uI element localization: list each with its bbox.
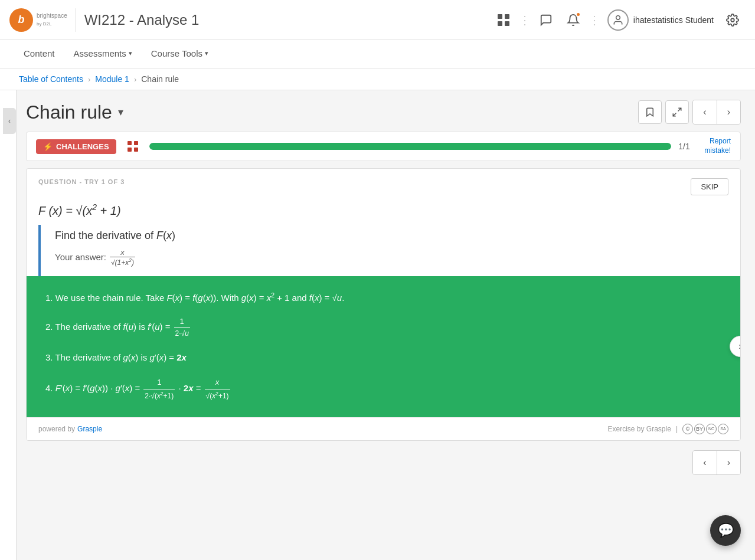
svg-point-5 — [731, 18, 734, 22]
svg-point-4 — [616, 15, 620, 19]
assessments-chevron-icon: ▾ — [129, 50, 132, 57]
cc-sa-icon: SA — [718, 424, 728, 434]
question-label: QUESTION - TRY 1 OF 3 — [38, 178, 125, 185]
top-nav-actions: ⋮ ⋮ ihatestatistics Student — [491, 7, 746, 33]
content-area: Chain rule ▾ ‹ › — [17, 90, 755, 560]
dots-divider-1: ⋮ — [518, 13, 532, 27]
nav-content[interactable]: Content — [14, 41, 64, 67]
nav-assessments[interactable]: Assessments ▾ — [64, 41, 142, 67]
prev-page-button[interactable]: ‹ — [693, 100, 717, 124]
logo-area: b brightspaceby D2L — [9, 8, 67, 32]
breadcrumb: Table of Contents › Module 1 › Chain rul… — [0, 68, 755, 90]
svg-rect-0 — [498, 14, 502, 19]
svg-rect-2 — [498, 21, 502, 26]
bottom-next-button[interactable]: › — [717, 451, 740, 474]
fullscreen-button[interactable] — [665, 100, 689, 124]
cc-license-icons: © BY NC SA — [682, 424, 728, 434]
user-icon — [612, 14, 624, 26]
course-tools-chevron-icon: ▾ — [205, 50, 208, 57]
svg-rect-11 — [134, 148, 138, 152]
progress-bar-fill — [149, 143, 672, 150]
notification-badge — [576, 12, 581, 17]
cc-by-icon: BY — [694, 424, 705, 434]
challenges-grid-button[interactable] — [123, 137, 142, 156]
top-nav: b brightspaceby D2L WI212 - Analyse 1 ⋮ … — [0, 0, 755, 40]
next-page-button[interactable]: › — [717, 100, 740, 124]
messages-button[interactable] — [533, 7, 559, 33]
your-answer-line: Your answer: x √(1+x2) — [55, 248, 728, 267]
dots-divider-2: ⋮ — [587, 13, 602, 27]
svg-line-6 — [678, 108, 681, 111]
breadcrumb-sep-2: › — [134, 75, 136, 84]
challenges-grid-icon — [127, 140, 139, 152]
svg-rect-8 — [128, 141, 132, 145]
main-layout: ‹ Chain rule ▾ — [0, 90, 755, 560]
chat-bubble[interactable]: 💬 — [710, 515, 741, 546]
bookmark-icon — [645, 107, 655, 117]
formula-display: F (x) = √(x2 + 1) — [27, 198, 740, 225]
powered-by: powered by Grasple — [38, 425, 102, 433]
cc-nc-icon: NC — [706, 424, 717, 434]
progress-bar-container — [149, 143, 672, 150]
bookmark-button[interactable] — [638, 100, 662, 124]
bottom-nav-arrows: ‹ › — [26, 441, 741, 484]
page-header: Chain rule ▾ ‹ › — [26, 90, 741, 132]
solution-step-2: 2. The derivative of f(u) is f′(u) = 1 2… — [45, 316, 721, 340]
gear-icon — [726, 14, 739, 27]
exercise-by-label: Exercise by Grasple — [608, 425, 671, 433]
page-nav-arrows: ‹ › — [692, 100, 741, 125]
svg-rect-10 — [128, 148, 132, 152]
skip-button[interactable]: SKIP — [691, 178, 728, 195]
progress-label: 1/1 — [678, 142, 697, 151]
chat-bubble-icon: 💬 — [718, 523, 734, 538]
your-answer-value: x √(1+x2) — [110, 248, 135, 267]
page-title-area: Chain rule ▾ — [26, 101, 123, 123]
messages-icon — [540, 14, 553, 27]
page-title: Chain rule — [26, 101, 112, 123]
bottom-prev-button[interactable]: ‹ — [693, 451, 717, 474]
challenges-badge[interactable]: ⚡ CHALLENGES — [36, 139, 116, 154]
nav-course-tools[interactable]: Course Tools ▾ — [142, 41, 218, 67]
bottom-page-nav: ‹ › — [692, 450, 741, 475]
solution-step-1: 1. We use the chain rule. Take F(x) = f(… — [45, 290, 721, 305]
avatar — [607, 9, 629, 31]
grasple-link[interactable]: Grasple — [77, 425, 102, 433]
challenges-label: CHALLENGES — [56, 142, 109, 151]
exercise-card: QUESTION - TRY 1 OF 3 SKIP F (x) = √(x2 … — [26, 168, 741, 441]
user-name: ihatestatistics Student — [633, 15, 714, 25]
svg-rect-1 — [505, 14, 509, 19]
lightning-icon: ⚡ — [43, 142, 53, 151]
header-actions: ‹ › — [638, 100, 741, 125]
solution-step-3: 3. The derivative of g(x) is g′(x) = 2x — [45, 351, 721, 365]
secondary-nav: Content Assessments ▾ Course Tools ▾ — [0, 40, 755, 68]
question-text: Find the derivative of F(x) — [55, 230, 728, 242]
breadcrumb-sep-1: › — [88, 75, 90, 84]
question-header: QUESTION - TRY 1 OF 3 SKIP — [27, 169, 740, 198]
expand-icon — [672, 107, 682, 117]
course-title: WI212 - Analyse 1 — [84, 12, 491, 28]
challenges-bar: ⚡ CHALLENGES 1/1 Reportmistake! — [26, 132, 741, 161]
breadcrumb-table-of-contents[interactable]: Table of Contents — [19, 74, 83, 84]
exercise-attribution: Exercise by Grasple | © BY NC SA — [608, 424, 729, 434]
pipe-separator: | — [676, 425, 678, 433]
brightspace-logo[interactable]: b brightspaceby D2L — [9, 8, 67, 32]
apps-grid-button[interactable] — [491, 7, 517, 33]
svg-rect-9 — [134, 141, 138, 145]
your-answer-label: Your answer: — [55, 252, 106, 262]
solution-step-4: 4. F′(x) = f′(g(x)) · g′(x) = 1 2·√(x2+1… — [45, 375, 721, 403]
sidebar-chevron-icon: ‹ — [8, 117, 11, 125]
grid-icon — [497, 14, 510, 27]
sidebar-pull-tab[interactable]: ‹ — [3, 108, 16, 134]
svg-line-7 — [673, 113, 676, 116]
svg-rect-3 — [505, 21, 509, 26]
solution-area: 1. We use the chain rule. Take F(x) = f(… — [27, 276, 740, 417]
title-dropdown-icon[interactable]: ▾ — [118, 106, 123, 119]
notifications-button[interactable] — [560, 7, 586, 33]
breadcrumb-chain-rule: Chain rule — [141, 74, 179, 84]
next-solution-button[interactable]: › — [730, 336, 741, 357]
report-mistake-link[interactable]: Reportmistake! — [704, 137, 731, 155]
user-area[interactable]: ihatestatistics Student — [603, 9, 718, 31]
sidebar-toggle[interactable]: ‹ — [0, 90, 17, 560]
settings-button[interactable] — [720, 7, 746, 33]
breadcrumb-module1[interactable]: Module 1 — [95, 74, 129, 84]
